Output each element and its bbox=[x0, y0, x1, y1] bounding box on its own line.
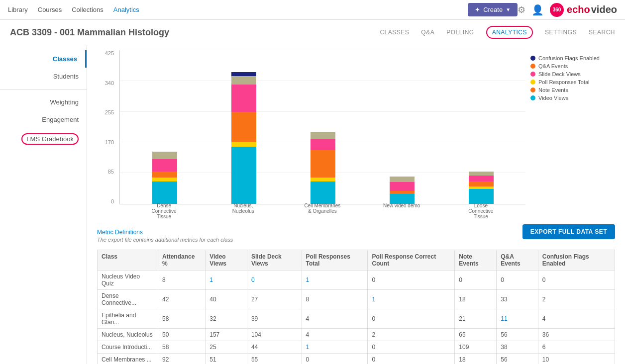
segment-attendance bbox=[231, 76, 256, 85]
tab-settings[interactable]: SETTINGS bbox=[545, 27, 577, 38]
segment-note bbox=[152, 172, 177, 178]
chart-bars bbox=[120, 50, 525, 204]
video-brand: video bbox=[591, 4, 617, 15]
create-button[interactable]: ✦ Create ▼ bbox=[468, 3, 518, 16]
metric-definitions-link[interactable]: Metric Definitions bbox=[97, 229, 143, 236]
legend-dot-slide bbox=[530, 72, 535, 77]
cell-slide_deck: 44 bbox=[247, 341, 302, 354]
nav-library[interactable]: Library bbox=[8, 1, 28, 18]
segment-poll bbox=[152, 178, 177, 182]
cell-attendance: 50 bbox=[158, 329, 206, 341]
cell-note_events: 65 bbox=[455, 329, 497, 341]
table-row: Cell Membranes ...92515500185610 bbox=[98, 354, 615, 364]
sidebar: Classes Students Weighting Engagement LM… bbox=[0, 45, 87, 364]
cell-poll_total[interactable]: 1 bbox=[302, 271, 368, 290]
cell-note_events: 109 bbox=[455, 341, 497, 354]
nav-analytics[interactable]: Analytics bbox=[113, 1, 139, 18]
cell-confusion: 4 bbox=[538, 309, 615, 329]
col-poll-correct: Poll Response Correct Count bbox=[368, 250, 455, 271]
cell-poll_total: 4 bbox=[302, 329, 368, 341]
cell-qa_events: 38 bbox=[497, 341, 538, 354]
settings-icon[interactable]: ⚙ bbox=[518, 4, 525, 15]
tab-analytics[interactable]: ANALYTICS bbox=[486, 26, 533, 39]
nav-collections[interactable]: Collections bbox=[72, 1, 104, 18]
cell-slide_deck: 39 bbox=[247, 309, 302, 329]
tab-polling[interactable]: POLLING bbox=[446, 27, 474, 38]
cell-qa_events: 56 bbox=[497, 329, 538, 341]
cell-poll_total: 0 bbox=[302, 354, 368, 364]
cell-video_views: 25 bbox=[206, 341, 247, 354]
nav-courses[interactable]: Courses bbox=[38, 1, 62, 18]
legend-slide: Slide Deck Views bbox=[530, 71, 615, 77]
main-layout: Classes Students Weighting Engagement LM… bbox=[0, 45, 625, 364]
cell-class: Nucleus Video Quiz bbox=[98, 271, 158, 290]
segment-slide bbox=[469, 176, 494, 182]
cell-note_events: 18 bbox=[455, 290, 497, 309]
create-icon: ✦ bbox=[475, 6, 480, 13]
legend-label-slide: Slide Deck Views bbox=[538, 71, 581, 77]
cell-confusion: 6 bbox=[538, 341, 615, 354]
bar-stack-dense bbox=[152, 152, 177, 204]
segment-video-views bbox=[152, 182, 177, 204]
cell-poll_correct: 0 bbox=[368, 309, 455, 329]
cell-slide_deck[interactable]: 0 bbox=[247, 271, 302, 290]
cell-poll_correct[interactable]: 1 bbox=[368, 290, 455, 309]
cell-poll_total[interactable]: 1 bbox=[302, 341, 368, 354]
sidebar-item-lms-gradebook[interactable]: LMS Gradebook bbox=[0, 128, 87, 150]
cell-poll_correct: 0 bbox=[368, 341, 455, 354]
y-label-0: 0 bbox=[111, 198, 114, 204]
cell-qa_events[interactable]: 11 bbox=[497, 309, 538, 329]
sidebar-item-classes[interactable]: Classes bbox=[0, 50, 87, 68]
tab-classes[interactable]: CLASSES bbox=[380, 27, 409, 38]
cell-slide_deck: 27 bbox=[247, 290, 302, 309]
sidebar-item-students[interactable]: Students bbox=[0, 68, 87, 85]
table-header: Class Attendance % Video Views Slide Dec… bbox=[98, 250, 615, 271]
export-button[interactable]: EXPORT FULL DATA SET bbox=[522, 224, 615, 239]
bar-new-video bbox=[387, 177, 417, 204]
user-icon[interactable]: 👤 bbox=[531, 4, 544, 16]
cell-note_events: 0 bbox=[455, 271, 497, 290]
tab-qa[interactable]: Q&A bbox=[421, 27, 434, 38]
cell-confusion: 0 bbox=[538, 271, 615, 290]
course-title: ACB 3309 - 001 Mammalian Histology bbox=[10, 27, 169, 38]
y-label-255: 255 bbox=[105, 109, 114, 115]
segment-slide bbox=[152, 159, 177, 172]
col-video-views: Video Views bbox=[206, 250, 247, 271]
col-poll-total: Poll Responses Total bbox=[302, 250, 368, 271]
segment-slide bbox=[311, 139, 335, 150]
y-label-425: 425 bbox=[105, 50, 114, 56]
cell-class: Cell Membranes ... bbox=[98, 354, 158, 364]
y-label-170: 170 bbox=[105, 139, 114, 145]
cell-video_views[interactable]: 1 bbox=[206, 271, 247, 290]
table-body: Nucleus Video Quiz81010000Dense Connecti… bbox=[98, 271, 615, 364]
bar-stack-video bbox=[390, 177, 415, 204]
legend-confusion: Confusion Flags Enabled bbox=[530, 55, 615, 61]
analytics-table: Class Attendance % Video Views Slide Dec… bbox=[97, 250, 615, 364]
y-label-85: 85 bbox=[108, 169, 114, 175]
bar-dense-connective bbox=[150, 152, 180, 204]
segment-attendance bbox=[311, 132, 335, 139]
cell-slide_deck: 55 bbox=[247, 354, 302, 364]
sidebar-item-weighting[interactable]: Weighting bbox=[0, 93, 87, 111]
col-class: Class bbox=[98, 250, 158, 271]
tab-search[interactable]: SEARCH bbox=[589, 27, 615, 38]
legend-label-video: Video Views bbox=[538, 95, 568, 101]
course-header: ACB 3309 - 001 Mammalian Histology CLASS… bbox=[0, 20, 625, 45]
legend-dot-poll bbox=[530, 80, 535, 85]
segment-video-views bbox=[231, 147, 256, 204]
sidebar-item-engagement[interactable]: Engagement bbox=[0, 111, 87, 128]
segment-note bbox=[311, 150, 335, 178]
cell-attendance: 42 bbox=[158, 290, 206, 309]
cell-qa_events: 33 bbox=[497, 290, 538, 309]
cell-attendance: 58 bbox=[158, 309, 206, 329]
segment-attendance bbox=[469, 172, 494, 176]
segment-note bbox=[469, 182, 494, 186]
legend-poll: Poll Responses Total bbox=[530, 79, 615, 85]
cell-video_views: 51 bbox=[206, 354, 247, 364]
cell-attendance: 58 bbox=[158, 341, 206, 354]
legend-label-note: Note Events bbox=[538, 87, 568, 93]
sidebar-divider bbox=[0, 89, 87, 90]
bar-stack-cell bbox=[311, 132, 335, 204]
cell-slide_deck: 104 bbox=[247, 329, 302, 341]
chart-plot-area bbox=[119, 50, 525, 204]
